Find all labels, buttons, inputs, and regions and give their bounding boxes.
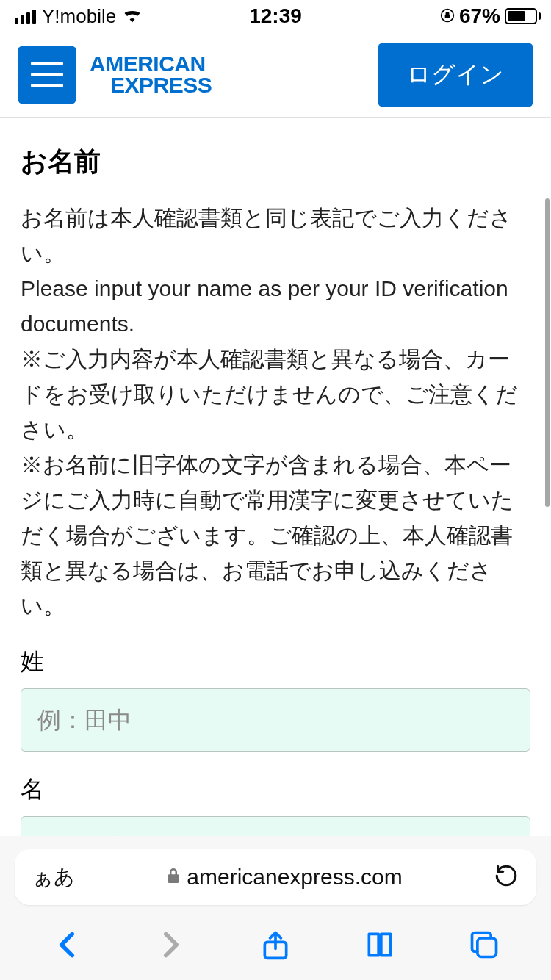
battery-percent: 67%	[459, 4, 500, 28]
carrier-label: Y!mobile	[42, 5, 116, 28]
label-last-name: 姓	[21, 646, 530, 678]
logo-line2: EXPRESS	[90, 75, 212, 96]
form-content: お名前 お名前は本人確認書類と同じ表記でご入力ください。 Please inpu…	[0, 118, 551, 836]
lock-icon	[166, 865, 181, 890]
section-title-name: お名前	[21, 144, 530, 180]
text-size-button[interactable]: ぁあ	[32, 863, 75, 891]
app-header: AMERICAN EXPRESS ログイン	[0, 32, 551, 118]
clock: 12:39	[249, 4, 302, 28]
signal-strength-icon	[15, 9, 36, 24]
back-button[interactable]	[51, 929, 83, 964]
status-right: 67%	[440, 4, 541, 28]
svg-rect-2	[478, 938, 497, 957]
battery-icon	[505, 8, 541, 24]
bookmarks-button[interactable]	[364, 929, 396, 964]
share-button[interactable]	[259, 929, 292, 964]
url-display[interactable]: americanexpress.com	[85, 865, 483, 890]
input-first-name[interactable]	[21, 816, 530, 836]
url-pill[interactable]: ぁあ americanexpress.com	[15, 849, 536, 905]
forward-button[interactable]	[155, 929, 187, 964]
reload-button[interactable]	[494, 863, 519, 891]
menu-button[interactable]	[18, 46, 76, 104]
login-button[interactable]: ログイン	[378, 43, 533, 107]
browser-url-bar: ぁあ americanexpress.com	[0, 836, 551, 918]
scroll-indicator[interactable]	[545, 198, 550, 507]
instruction-en: Please input your name as per your ID ve…	[21, 271, 530, 342]
instruction-jp: お名前は本人確認書類と同じ表記でご入力ください。	[21, 201, 530, 271]
domain-text: americanexpress.com	[187, 865, 402, 890]
logo-line1: AMERICAN	[90, 54, 212, 75]
rotation-lock-icon	[440, 4, 455, 28]
brand-logo: AMERICAN EXPRESS	[90, 54, 212, 96]
status-bar: Y!mobile 12:39 67%	[0, 0, 551, 32]
input-last-name[interactable]	[21, 688, 530, 752]
label-first-name: 名	[21, 774, 530, 806]
note-1: ※ご入力内容が本人確認書類と異なる場合、カードをお受け取りいただけませんので、ご…	[21, 342, 530, 447]
status-left: Y!mobile	[15, 4, 143, 28]
wifi-icon	[122, 4, 143, 28]
note-2: ※お名前に旧字体の文字が含まれる場合、本ページにご入力時に自動で常用漢字に変更さ…	[21, 447, 530, 624]
tabs-button[interactable]	[468, 929, 500, 964]
browser-toolbar	[0, 918, 551, 980]
